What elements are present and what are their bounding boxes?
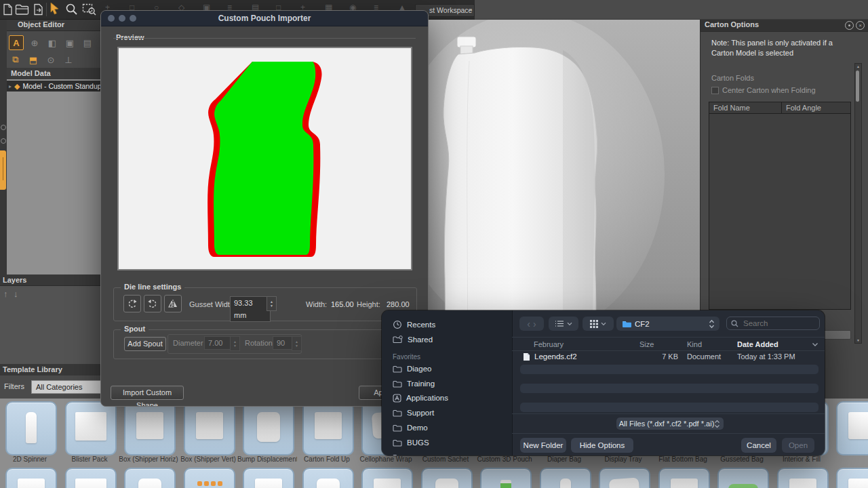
- thumb: [138, 479, 161, 488]
- template-tile[interactable]: [658, 468, 710, 488]
- template-tile[interactable]: [124, 401, 176, 455]
- template-tile[interactable]: [777, 468, 829, 488]
- template-tile[interactable]: [540, 468, 591, 488]
- template-tile[interactable]: [184, 401, 235, 455]
- rotation-stepper[interactable]: ▲▼: [292, 336, 302, 351]
- template-tile[interactable]: [65, 468, 117, 488]
- open-folder-icon[interactable]: [15, 3, 30, 16]
- duplicate-objects-icon[interactable]: ⧉: [9, 53, 22, 66]
- template-tile[interactable]: [421, 468, 473, 488]
- file-row[interactable]: Legends.cf2 7 KB Document Today at 1:33 …: [520, 352, 818, 363]
- dock-dot-icon[interactable]: [1, 125, 6, 130]
- scroll-up-icon[interactable]: ▲: [855, 64, 861, 69]
- sidebar-item-training[interactable]: Training: [393, 378, 435, 389]
- dieline-preview-canvas[interactable]: [117, 47, 412, 270]
- close-window-icon[interactable]: [108, 15, 115, 22]
- template-tile[interactable]: [5, 468, 57, 488]
- back-chevron-icon[interactable]: ‹: [527, 319, 530, 329]
- annotate-tool-icon[interactable]: A: [9, 35, 24, 50]
- sidebar-item-recents[interactable]: Recents: [393, 319, 435, 330]
- edit-object-icon[interactable]: ◧: [45, 36, 59, 49]
- search-field[interactable]: [726, 317, 820, 330]
- date-added-column-header[interactable]: Date Added: [737, 340, 778, 348]
- minimize-window-icon[interactable]: [119, 15, 125, 22]
- sidebar-item-support[interactable]: Support: [393, 407, 434, 418]
- document-icon: [523, 352, 530, 361]
- template-tile[interactable]: [836, 401, 868, 455]
- gusset-width-stepper[interactable]: ▲▼: [267, 296, 277, 311]
- model-tree-item-selected[interactable]: ▸ ◆ Model - Custom Standup Pou: [7, 81, 102, 92]
- group-view-button[interactable]: [583, 317, 614, 331]
- kind-column-header[interactable]: Kind: [687, 340, 702, 348]
- new-folder-button[interactable]: New Folder: [520, 438, 566, 453]
- add-object-icon[interactable]: ⊕: [28, 36, 41, 49]
- diameter-stepper[interactable]: ▲▼: [230, 336, 240, 351]
- add-spout-button[interactable]: Add Spout: [124, 337, 166, 351]
- template-tile[interactable]: [717, 468, 769, 488]
- flip-mirror-button[interactable]: [164, 295, 182, 312]
- new-document-icon[interactable]: [2, 3, 14, 16]
- dock-dot-icon[interactable]: [1, 138, 6, 144]
- template-tile[interactable]: [302, 468, 354, 488]
- fold-angle-column-header[interactable]: Fold Angle: [782, 102, 821, 113]
- divider: [512, 433, 825, 434]
- template-tile[interactable]: [361, 468, 413, 488]
- template-tile[interactable]: [243, 401, 294, 455]
- search-input[interactable]: [742, 319, 812, 328]
- pointer-tool-icon[interactable]: [49, 2, 61, 16]
- sidebar-item-diageo[interactable]: Diageo: [393, 363, 431, 374]
- collapsed-panel-tab[interactable]: [0, 150, 6, 190]
- sidebar-item-bugs[interactable]: BUGS: [393, 437, 429, 448]
- scroll-down-icon[interactable]: ▼: [855, 338, 861, 343]
- template-tile[interactable]: [5, 401, 57, 455]
- template-tile[interactable]: [124, 468, 176, 488]
- detach-panel-icon[interactable]: [845, 21, 854, 30]
- move-layer-up-icon[interactable]: ↑: [3, 289, 8, 299]
- sort-chevron-icon[interactable]: [812, 342, 818, 347]
- file-format-dropdown[interactable]: All Files (*.dxf *.cf2 *.pdf *.ai): [616, 418, 724, 430]
- sidebar-item-shared[interactable]: Shared: [393, 334, 433, 345]
- location-dropdown[interactable]: CF2: [616, 317, 719, 331]
- visibility-eye-icon[interactable]: ⊙: [44, 53, 58, 66]
- move-layer-down-icon[interactable]: ↓: [14, 289, 18, 299]
- zoom-marquee-icon[interactable]: [82, 3, 97, 16]
- rotate-cw-button[interactable]: [144, 295, 161, 312]
- tree-expand-arrow-icon[interactable]: ▸: [9, 83, 12, 89]
- carton-note-text: Note: This panel is only activated if a …: [711, 38, 846, 59]
- rotate-ccw-button[interactable]: [123, 295, 141, 312]
- template-tile[interactable]: [836, 468, 868, 488]
- scrollbar-thumb[interactable]: [856, 70, 859, 102]
- sidebar-item-demo[interactable]: Demo: [393, 422, 428, 433]
- zoom-window-icon[interactable]: [130, 15, 136, 22]
- size-column-header[interactable]: Size: [639, 340, 654, 348]
- hide-options-button[interactable]: Hide Options: [571, 438, 633, 453]
- gusset-width-input[interactable]: 93.33 mm: [230, 296, 271, 322]
- export-document-icon[interactable]: [33, 3, 45, 16]
- center-carton-checkbox[interactable]: [711, 87, 719, 94]
- panel-scrollbar[interactable]: ▲ ▼: [854, 63, 862, 344]
- template-tile[interactable]: [599, 468, 650, 488]
- template-tile[interactable]: [243, 468, 294, 488]
- open-button[interactable]: Open: [782, 438, 814, 453]
- fold-name-column-header[interactable]: Fold Name: [709, 102, 782, 113]
- list-view-button[interactable]: [549, 317, 578, 331]
- fold-table[interactable]: Fold Name Fold Angle: [709, 102, 851, 310]
- import-custom-shape-button[interactable]: Import Custom Shape: [111, 386, 184, 400]
- sidebar-item-partial[interactable]: [393, 452, 402, 455]
- cancel-button[interactable]: Cancel: [741, 438, 776, 453]
- template-tile[interactable]: [184, 468, 235, 488]
- grid-view-icon[interactable]: ▤: [81, 36, 94, 49]
- object-cube-icon[interactable]: ⬒: [26, 53, 40, 66]
- nav-back-forward[interactable]: ‹ ›: [519, 317, 544, 331]
- template-tile[interactable]: [302, 401, 354, 455]
- close-panel-icon[interactable]: ×: [856, 21, 865, 30]
- sidebar-item-label: Applications: [406, 394, 448, 402]
- template-tile[interactable]: [480, 468, 532, 488]
- forward-chevron-icon[interactable]: ›: [533, 319, 536, 329]
- artwork-icon[interactable]: ▣: [63, 36, 77, 49]
- pin-object-icon[interactable]: ⊥: [62, 53, 75, 66]
- sidebar-item-applications[interactable]: Applications: [393, 392, 448, 403]
- search-tool-icon[interactable]: [65, 3, 79, 16]
- template-tile[interactable]: [65, 401, 117, 455]
- dialog-title-bar[interactable]: Custom Pouch Importer: [101, 11, 428, 26]
